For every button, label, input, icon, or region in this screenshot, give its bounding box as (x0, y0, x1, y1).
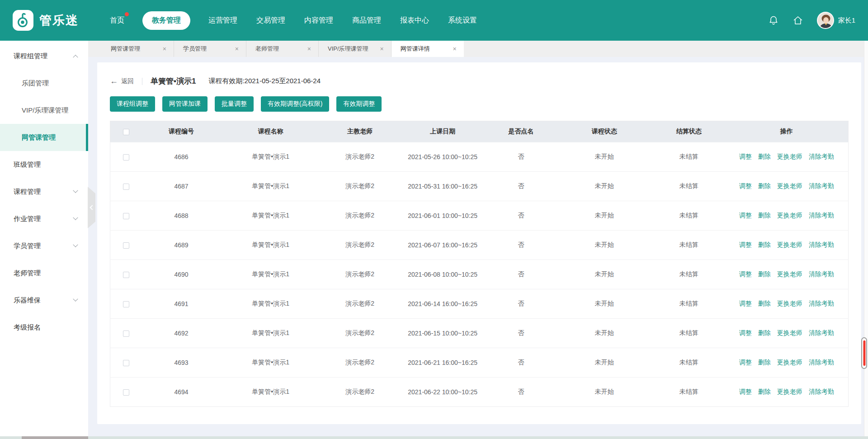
action-link[interactable]: 清除考勤 (809, 300, 834, 307)
home-icon[interactable] (793, 15, 803, 26)
back-arrow-icon: ← (110, 76, 118, 86)
row-checkbox[interactable] (123, 301, 129, 307)
action-link[interactable]: 调整 (739, 182, 752, 189)
action-link[interactable]: 删除 (758, 153, 771, 160)
action-link[interactable]: 更换老师 (777, 300, 802, 307)
action-link[interactable]: 清除考勤 (809, 241, 834, 248)
toolbar-button[interactable]: 课程组调整 (110, 96, 155, 112)
horizontal-scrollbar-track[interactable] (0, 436, 868, 439)
toolbar-button[interactable]: 有效期调整 (336, 96, 382, 112)
cell-course-id: 4692 (142, 319, 221, 348)
action-link[interactable]: 调整 (739, 212, 752, 219)
row-checkbox[interactable] (123, 154, 129, 160)
action-link[interactable]: 删除 (758, 241, 771, 248)
tab-close-icon[interactable]: × (307, 45, 311, 52)
user-name[interactable]: 家长1 (838, 16, 855, 25)
sidebar-item[interactable]: 网管课管理 (0, 124, 88, 151)
tab[interactable]: 网管课管理 × (102, 41, 174, 57)
action-link[interactable]: 更换老师 (777, 241, 802, 248)
action-link[interactable]: 删除 (758, 300, 771, 307)
action-link[interactable]: 删除 (758, 388, 771, 395)
action-link[interactable]: 更换老师 (777, 388, 802, 395)
sidebar-item[interactable]: 乐器维保 (0, 287, 88, 314)
nav-item[interactable]: 首页 (109, 11, 125, 30)
scroll-marker[interactable] (861, 337, 867, 369)
action-link[interactable]: 清除考勤 (809, 270, 834, 278)
action-link[interactable]: 调整 (739, 388, 752, 395)
nav-item[interactable]: 内容管理 (303, 11, 334, 30)
tab[interactable]: 网管课详情 × (392, 41, 464, 57)
sidebar-item[interactable]: 学员管理 (0, 232, 88, 260)
action-link[interactable]: 更换老师 (777, 212, 802, 219)
action-link[interactable]: 调整 (739, 241, 752, 248)
toolbar-button[interactable]: 网管课加课 (162, 96, 208, 112)
action-link[interactable]: 清除考勤 (809, 388, 834, 395)
select-all-checkbox[interactable] (123, 129, 129, 135)
action-link[interactable]: 调整 (739, 270, 752, 278)
app-root: 管乐迷 首页 教务管理 运营管理 交易管理 内容管理 商品管理 报表中心 系统设… (0, 0, 868, 439)
action-link[interactable]: 删除 (758, 182, 771, 189)
tab-close-icon[interactable]: × (453, 45, 457, 52)
brand-logo-icon[interactable] (13, 10, 33, 31)
sidebar-item[interactable]: 课程管理 (0, 178, 88, 205)
cell-actions: 调整删除更换老师清除考勤 (725, 378, 849, 407)
sidebar-item[interactable]: VIP/乐理课管理 (0, 97, 88, 124)
row-checkbox[interactable] (123, 213, 129, 219)
avatar[interactable] (817, 12, 834, 29)
select-all-cell (110, 121, 142, 142)
back-button[interactable]: ← 返回 (110, 76, 134, 86)
tab[interactable]: VIP/乐理课管理 × (319, 41, 392, 57)
row-checkbox[interactable] (123, 184, 129, 190)
nav-item[interactable]: 商品管理 (351, 11, 382, 30)
action-link[interactable]: 更换老师 (777, 359, 802, 366)
sidebar-item[interactable]: 乐团管理 (0, 70, 88, 97)
row-checkbox[interactable] (123, 272, 129, 278)
action-link[interactable]: 调整 (739, 329, 752, 336)
sidebar-item[interactable]: 班级管理 (0, 151, 88, 178)
tab[interactable]: 学员管理 × (174, 41, 246, 57)
nav-item[interactable]: 运营管理 (208, 11, 238, 30)
sidebar-item[interactable]: 考级报名 (0, 314, 88, 341)
action-link[interactable]: 调整 (739, 153, 752, 160)
action-link[interactable]: 清除考勤 (809, 359, 834, 366)
action-link[interactable]: 调整 (739, 300, 752, 307)
tab-close-icon[interactable]: × (380, 45, 384, 52)
horizontal-scrollbar-thumb[interactable] (22, 436, 88, 439)
nav-item[interactable]: 报表中心 (399, 11, 430, 30)
action-link[interactable]: 清除考勤 (809, 153, 834, 160)
nav-item[interactable]: 教务管理 (142, 11, 190, 30)
column-header: 是否点名 (486, 121, 556, 142)
row-checkbox[interactable] (123, 330, 129, 337)
nav-item[interactable]: 系统设置 (447, 11, 478, 30)
action-link[interactable]: 清除考勤 (809, 182, 834, 189)
sidebar-collapse-handle[interactable] (88, 187, 95, 228)
action-link[interactable]: 删除 (758, 212, 771, 219)
tab-close-icon[interactable]: × (235, 45, 239, 52)
row-checkbox[interactable] (123, 242, 129, 249)
action-link[interactable]: 清除考勤 (809, 329, 834, 336)
action-link[interactable]: 更换老师 (777, 153, 802, 160)
row-checkbox[interactable] (123, 389, 129, 396)
action-link[interactable]: 删除 (758, 329, 771, 336)
action-link[interactable]: 调整 (739, 359, 752, 366)
action-link[interactable]: 更换老师 (777, 270, 802, 278)
action-link[interactable]: 删除 (758, 359, 771, 366)
column-header: 课程名称 (221, 121, 320, 142)
action-link[interactable]: 清除考勤 (809, 212, 834, 219)
nav-item-label: 教务管理 (152, 16, 181, 24)
sidebar-item-label: 网管课管理 (22, 133, 56, 142)
nav-item[interactable]: 交易管理 (255, 11, 286, 30)
sidebar-item[interactable]: 老师管理 (0, 260, 88, 287)
row-checkbox[interactable] (123, 360, 129, 366)
action-link[interactable]: 删除 (758, 270, 771, 278)
tab-close-icon[interactable]: × (163, 45, 166, 52)
toolbar-button[interactable]: 批量调整 (215, 96, 254, 112)
bell-icon[interactable] (768, 15, 779, 26)
action-link[interactable]: 更换老师 (777, 182, 802, 189)
sidebar-item[interactable]: 课程组管理 (0, 42, 88, 70)
vertical-scrollbar-track[interactable] (864, 41, 868, 436)
sidebar-item[interactable]: 作业管理 (0, 205, 88, 232)
action-link[interactable]: 更换老师 (777, 329, 802, 336)
tab[interactable]: 老师管理 × (246, 41, 319, 57)
toolbar-button[interactable]: 有效期调整(高权限) (261, 96, 329, 112)
